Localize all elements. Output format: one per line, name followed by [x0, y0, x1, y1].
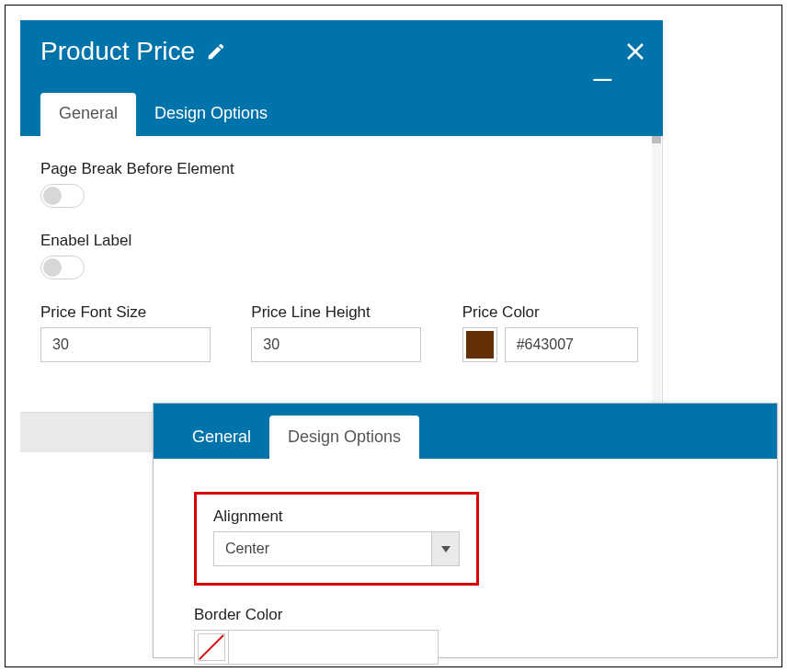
- border-color-input[interactable]: [229, 630, 439, 665]
- alignment-select[interactable]: Center: [213, 531, 460, 566]
- edit-icon[interactable]: [206, 41, 226, 62]
- dialog2-body: Alignment Center Border Color: [154, 459, 777, 657]
- minimize-icon[interactable]: _: [594, 48, 611, 79]
- enable-label-label: Enabel Label: [40, 232, 642, 250]
- scrollbar[interactable]: [652, 136, 661, 412]
- dialog2-header: General Design Options: [154, 404, 777, 459]
- toggle-knob: [43, 258, 62, 277]
- price-color-input[interactable]: [505, 327, 638, 362]
- border-color-swatch[interactable]: [194, 630, 229, 665]
- product-price-dialog: Product Price _ General Design Options P…: [20, 20, 663, 452]
- dropdown-button[interactable]: [431, 532, 459, 565]
- close-icon[interactable]: [624, 40, 646, 63]
- dialog-header: Product Price _ General Design Options: [20, 20, 663, 136]
- dialog1-body: Page Break Before Element Enabel Label P…: [20, 136, 663, 412]
- dialog-title: Product Price: [40, 37, 195, 66]
- alignment-label: Alignment: [213, 507, 460, 526]
- no-color-icon: [198, 633, 225, 661]
- border-color-field: Border Color: [194, 606, 736, 665]
- page-break-toggle[interactable]: [40, 184, 85, 208]
- dialog-title-row: Product Price: [40, 37, 643, 66]
- screenshot-frame: Product Price _ General Design Options P…: [5, 5, 782, 667]
- design-options-dialog: General Design Options Alignment Center: [153, 403, 778, 658]
- tab-general[interactable]: General: [40, 93, 136, 136]
- price-color-field: Price Color: [462, 303, 642, 362]
- enable-label-toggle[interactable]: [40, 256, 85, 279]
- price-line-height-input[interactable]: [251, 327, 421, 362]
- price-font-size-field: Price Font Size: [40, 303, 220, 362]
- footer-segment: [20, 413, 154, 452]
- price-line-height-field: Price Line Height: [251, 303, 430, 362]
- alignment-highlight: Alignment Center: [194, 492, 479, 586]
- scrollbar-thumb[interactable]: [652, 136, 661, 143]
- dialog1-tabs: General Design Options: [40, 93, 286, 136]
- toggle-knob: [43, 187, 62, 205]
- alignment-value: Center: [214, 532, 431, 565]
- price-color-label: Price Color: [462, 303, 642, 322]
- price-font-size-label: Price Font Size: [40, 303, 220, 322]
- tab-general[interactable]: General: [174, 416, 269, 459]
- price-font-size-input[interactable]: [40, 327, 211, 362]
- tab-design-options[interactable]: Design Options: [136, 93, 286, 136]
- price-line-height-label: Price Line Height: [251, 303, 430, 322]
- page-break-label: Page Break Before Element: [40, 160, 642, 178]
- tab-design-options[interactable]: Design Options: [269, 416, 419, 459]
- price-color-swatch[interactable]: [462, 327, 497, 362]
- swatch-fill: [466, 331, 494, 359]
- price-fields-row: Price Font Size Price Line Height Price …: [40, 303, 642, 362]
- dialog2-tabs: General Design Options: [174, 416, 419, 459]
- border-color-label: Border Color: [194, 606, 736, 624]
- chevron-down-icon: [441, 546, 451, 552]
